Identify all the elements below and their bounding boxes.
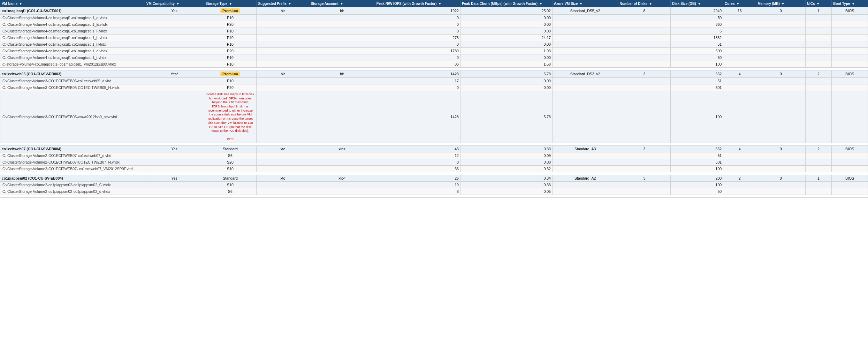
vm-row: co1piappsm02 (CO1-CU-SV-EB004) Yes Stand… xyxy=(0,175,868,182)
column-header-boot[interactable]: Boot Type ▼ xyxy=(832,0,868,7)
vm-boot-cell: BIOS xyxy=(832,175,868,182)
disk-row: C:-ClusterStorage-Volume4-co1magicsql1-c… xyxy=(0,48,868,54)
separator-row xyxy=(0,195,868,198)
vm-cores-cell: 16 xyxy=(723,7,756,15)
disk-row: C:-ClusterStorage-Volume4-co1magicsql1-c… xyxy=(0,41,868,48)
column-header-account[interactable]: Storage Account ▼ xyxy=(309,0,375,7)
disk-row: C:-ClusterStorage-Volume3-CO1ECITWEB05-c… xyxy=(0,78,868,84)
column-header-vmname[interactable]: VM Name ▼ xyxy=(0,0,145,7)
disk-peakchurn-cell: 0.00 xyxy=(460,54,552,61)
disk-row: C:-ClusterStorage-Volume2-CO1ECITWEB07-c… xyxy=(0,152,868,159)
disk-disksize-cell: 500 xyxy=(671,48,723,54)
vm-account-cell: xtc< xyxy=(309,175,375,182)
disk-peakchurn-cell: 0.00 xyxy=(460,84,552,91)
vm-nics-cell: 1 xyxy=(805,7,831,15)
disk-storagetype-cell: P10 xyxy=(204,61,257,68)
disk-peakrw-cell: 8 xyxy=(375,188,460,195)
vm-compat-cell: Yes xyxy=(145,175,204,182)
vm-name-cell: co1ecitweb05 (CO1-CU-SV-EB003) xyxy=(0,70,145,78)
column-label: Storage Account xyxy=(311,2,338,6)
column-header-prefix[interactable]: Suggested Prefix ▼ xyxy=(257,0,309,7)
column-header-numdisks[interactable]: Number of Disks ▼ xyxy=(618,0,671,7)
vm-nics-cell: 2 xyxy=(805,146,831,152)
disk-peakrw-cell: 0 xyxy=(375,41,460,48)
column-label: NICs xyxy=(807,2,815,6)
disk-disksize-cell: 51 xyxy=(671,41,723,48)
column-header-nics[interactable]: NICs ▼ xyxy=(805,0,831,7)
column-header-compat[interactable]: VM Compatibility ▼ xyxy=(145,0,204,7)
disk-peakchurn-cell: 0.00 xyxy=(460,21,552,28)
column-header-storagetype[interactable]: Storage Type ▼ xyxy=(204,0,257,7)
column-header-cores[interactable]: Cores ▼ xyxy=(723,0,756,7)
vm-numdisks-cell: 3 xyxy=(618,70,671,78)
vm-cores-cell: 4 xyxy=(723,70,756,78)
vm-peakchurn-cell: 25.02 xyxy=(460,7,552,15)
disk-peakchurn-cell: 5.78 xyxy=(460,91,552,143)
disk-name-cell: C:-ClusterStorage-Volume2-CO1ECITWEB07-c… xyxy=(0,152,145,159)
vm-peakrw-cell: 43 xyxy=(375,146,460,152)
disk-storagetype-cell: P10 xyxy=(204,54,257,61)
disk-row: C:-ClusterStorage-Volume3-CO1ECITWEB05-v… xyxy=(0,91,868,143)
separator-row xyxy=(0,143,868,146)
disk-peakchurn-cell: 0.00 xyxy=(460,159,552,166)
vm-numdisks-cell: 3 xyxy=(618,175,671,182)
disk-storagetype-cell: P10 xyxy=(204,15,257,21)
vm-azurevm-cell: Standard_DS5_v2 xyxy=(552,7,618,15)
vm-compat-cell: Yes xyxy=(145,146,204,152)
vm-prefix-cell: xtc xyxy=(257,146,309,152)
disk-storagetype-cell: P10 xyxy=(204,28,257,35)
disk-name-cell: c:-storage-volume4-co1magicsql1- co1magi… xyxy=(0,61,145,68)
vm-prefix-cell: xtc xyxy=(257,175,309,182)
disk-peakrw-cell: 17 xyxy=(375,78,460,84)
vm-boot-cell: BIOS xyxy=(832,146,868,152)
disk-peakrw-cell: 1789 xyxy=(375,48,460,54)
disk-disksize-cell: 6 xyxy=(671,28,723,35)
vm-nics-cell: 1 xyxy=(805,175,831,182)
disk-row: C:-ClusterStorage-Volume4-co1magicsql1-c… xyxy=(0,15,868,21)
disk-row: C:-ClusterStorage-Volume2-co1piappsm02-c… xyxy=(0,182,868,188)
disk-peakrw-cell: 0 xyxy=(375,159,460,166)
vm-azurevm-cell: Standard_A3 xyxy=(552,146,618,152)
disk-disksize-cell: 100 xyxy=(671,182,723,188)
disk-disksize-cell: 1832 xyxy=(671,35,723,41)
vm-disksize-cell: 652 xyxy=(671,70,723,78)
disk-peakchurn-cell: 0.09 xyxy=(460,78,552,84)
disk-storagetype-cell: P40 xyxy=(204,35,257,41)
disk-disksize-cell: 501 xyxy=(671,84,723,91)
storage-type-cell: Premium xyxy=(204,7,257,15)
sort-arrow-storagetype: ▼ xyxy=(229,2,232,6)
disk-storagetype-cell: P20 xyxy=(204,84,257,91)
column-label: Cores xyxy=(725,2,734,6)
vm-compat-cell: Yes* xyxy=(145,70,204,78)
storage-type-cell: Standard xyxy=(204,175,257,182)
sort-arrow-nics: ▼ xyxy=(816,2,820,6)
vm-peakchurn-cell: 5.78 xyxy=(460,70,552,78)
column-label: VM Name xyxy=(2,2,17,6)
column-header-memory[interactable]: Memory (MB) ▼ xyxy=(756,0,805,7)
separator-row xyxy=(0,172,868,175)
vm-memory-cell: 0 xyxy=(756,146,805,152)
sort-arrow-peakrw: ▼ xyxy=(438,2,441,6)
disk-row: C:-ClusterStorage-Volume4-co1magicsql1-c… xyxy=(0,54,868,61)
sort-arrow-compat: ▼ xyxy=(176,2,180,6)
vm-peakchurn-cell: 0.34 xyxy=(460,175,552,182)
disk-peakchurn-cell: 0.09 xyxy=(460,152,552,159)
column-label: Peak R/W IOPS (with Growth Factor) xyxy=(376,2,437,6)
column-label: Suggested Prefix xyxy=(258,2,287,6)
column-header-disksize[interactable]: Disk Size (GB) ▼ xyxy=(671,0,723,7)
disk-disksize-cell: 100 xyxy=(671,91,723,143)
column-header-peakrw[interactable]: Peak R/W IOPS (with Growth Factor) ▼ xyxy=(375,0,460,7)
column-label: Memory (MB) xyxy=(757,2,779,6)
sort-arrow-prefix: ▼ xyxy=(288,2,291,6)
vm-disksize-cell: 2949 xyxy=(671,7,723,15)
disk-peakrw-cell: 0 xyxy=(375,84,460,91)
disk-peakchurn-cell: 0.32 xyxy=(460,166,552,172)
disk-peakrw-cell: 1428 xyxy=(375,91,460,143)
disk-row: C:-ClusterStorage-Volume2-CO1ECITWEB07-C… xyxy=(0,159,868,166)
column-header-azurevm[interactable]: Azure VM Size ▼ xyxy=(552,0,618,7)
disk-name-cell: C:-ClusterStorage-Volume4-co1magicsql1-c… xyxy=(0,48,145,54)
sort-arrow-cores: ▼ xyxy=(736,2,739,6)
vm-peakrw-cell: 1428 xyxy=(375,70,460,78)
vm-account-cell: hlr xyxy=(309,7,375,15)
column-header-peakchurn[interactable]: Peak Data Churn (MBps) (with Growth Fact… xyxy=(460,0,552,7)
